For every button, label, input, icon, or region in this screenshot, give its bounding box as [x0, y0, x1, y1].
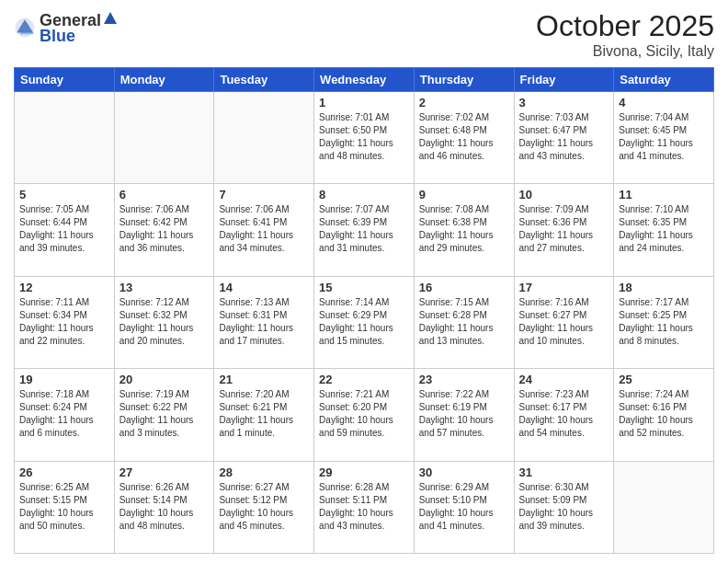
table-row: 9Sunrise: 7:08 AM Sunset: 6:38 PM Daylig…	[414, 184, 514, 276]
day-info: Sunrise: 7:10 AM Sunset: 6:35 PM Dayligh…	[619, 203, 709, 255]
day-number: 23	[419, 373, 509, 386]
day-info: Sunrise: 7:07 AM Sunset: 6:39 PM Dayligh…	[319, 203, 409, 255]
day-number: 8	[319, 188, 409, 201]
logo: General Blue	[14, 9, 119, 46]
day-number: 4	[619, 96, 709, 109]
table-row	[214, 92, 314, 184]
day-number: 3	[519, 96, 609, 109]
header: General Blue October 2025 Bivona, Sicily…	[14, 9, 714, 60]
day-number: 16	[419, 281, 509, 294]
table-row: 31Sunrise: 6:30 AM Sunset: 5:09 PM Dayli…	[514, 461, 614, 553]
table-row: 15Sunrise: 7:14 AM Sunset: 6:29 PM Dayli…	[314, 276, 415, 368]
svg-marker-3	[104, 12, 117, 24]
table-row: 5Sunrise: 7:05 AM Sunset: 6:44 PM Daylig…	[15, 184, 115, 276]
table-row: 18Sunrise: 7:17 AM Sunset: 6:25 PM Dayli…	[614, 276, 714, 368]
day-number: 19	[19, 373, 109, 386]
day-info: Sunrise: 7:11 AM Sunset: 6:34 PM Dayligh…	[19, 296, 109, 348]
day-info: Sunrise: 7:05 AM Sunset: 6:44 PM Dayligh…	[19, 203, 109, 255]
day-number: 6	[119, 188, 210, 201]
day-number: 25	[619, 373, 709, 386]
day-info: Sunrise: 7:09 AM Sunset: 6:36 PM Dayligh…	[519, 203, 609, 255]
day-number: 28	[219, 465, 309, 479]
calendar-week-row: 12Sunrise: 7:11 AM Sunset: 6:34 PM Dayli…	[15, 276, 714, 368]
table-row: 13Sunrise: 7:12 AM Sunset: 6:32 PM Dayli…	[114, 276, 214, 368]
day-number: 1	[319, 96, 409, 109]
day-number: 30	[419, 465, 509, 479]
title-block: October 2025 Bivona, Sicily, Italy	[536, 9, 714, 60]
table-row: 8Sunrise: 7:07 AM Sunset: 6:39 PM Daylig…	[314, 184, 415, 276]
day-number: 31	[519, 465, 609, 479]
table-row: 28Sunrise: 6:27 AM Sunset: 5:12 PM Dayli…	[214, 461, 314, 553]
day-number: 20	[119, 373, 210, 386]
table-row: 30Sunrise: 6:29 AM Sunset: 5:10 PM Dayli…	[414, 461, 514, 553]
calendar-header-row: Sunday Monday Tuesday Wednesday Thursday…	[15, 68, 714, 92]
day-info: Sunrise: 7:02 AM Sunset: 6:48 PM Dayligh…	[419, 111, 509, 163]
day-info: Sunrise: 7:19 AM Sunset: 6:22 PM Dayligh…	[119, 388, 210, 440]
day-number: 12	[19, 281, 109, 294]
day-number: 29	[319, 465, 409, 479]
header-sunday: Sunday	[15, 68, 115, 92]
table-row: 10Sunrise: 7:09 AM Sunset: 6:36 PM Dayli…	[514, 184, 614, 276]
day-info: Sunrise: 7:20 AM Sunset: 6:21 PM Dayligh…	[219, 388, 309, 440]
table-row: 12Sunrise: 7:11 AM Sunset: 6:34 PM Dayli…	[15, 276, 115, 368]
day-info: Sunrise: 6:27 AM Sunset: 5:12 PM Dayligh…	[219, 481, 309, 533]
calendar-table: Sunday Monday Tuesday Wednesday Thursday…	[14, 67, 714, 554]
day-info: Sunrise: 7:04 AM Sunset: 6:45 PM Dayligh…	[619, 111, 709, 163]
table-row	[614, 461, 714, 553]
day-info: Sunrise: 7:24 AM Sunset: 6:16 PM Dayligh…	[619, 388, 709, 440]
day-info: Sunrise: 7:22 AM Sunset: 6:19 PM Dayligh…	[419, 388, 509, 440]
day-info: Sunrise: 7:06 AM Sunset: 6:42 PM Dayligh…	[119, 203, 210, 255]
table-row: 29Sunrise: 6:28 AM Sunset: 5:11 PM Dayli…	[314, 461, 415, 553]
table-row: 1Sunrise: 7:01 AM Sunset: 6:50 PM Daylig…	[314, 92, 415, 184]
table-row: 20Sunrise: 7:19 AM Sunset: 6:22 PM Dayli…	[114, 369, 214, 461]
table-row: 27Sunrise: 6:26 AM Sunset: 5:14 PM Dayli…	[114, 461, 214, 553]
table-row: 14Sunrise: 7:13 AM Sunset: 6:31 PM Dayli…	[214, 276, 314, 368]
day-info: Sunrise: 7:01 AM Sunset: 6:50 PM Dayligh…	[319, 111, 409, 163]
header-friday: Friday	[514, 68, 614, 92]
day-info: Sunrise: 6:26 AM Sunset: 5:14 PM Dayligh…	[119, 481, 210, 533]
header-saturday: Saturday	[614, 68, 714, 92]
table-row	[15, 92, 115, 184]
header-thursday: Thursday	[414, 68, 514, 92]
day-info: Sunrise: 7:06 AM Sunset: 6:41 PM Dayligh…	[219, 203, 309, 255]
day-info: Sunrise: 7:08 AM Sunset: 6:38 PM Dayligh…	[419, 203, 509, 255]
day-number: 17	[519, 281, 609, 294]
day-number: 7	[219, 188, 309, 201]
page: General Blue October 2025 Bivona, Sicily…	[0, 0, 728, 563]
table-row: 3Sunrise: 7:03 AM Sunset: 6:47 PM Daylig…	[514, 92, 614, 184]
table-row: 7Sunrise: 7:06 AM Sunset: 6:41 PM Daylig…	[214, 184, 314, 276]
day-info: Sunrise: 7:12 AM Sunset: 6:32 PM Dayligh…	[119, 296, 210, 348]
header-monday: Monday	[114, 68, 214, 92]
table-row: 6Sunrise: 7:06 AM Sunset: 6:42 PM Daylig…	[114, 184, 214, 276]
day-info: Sunrise: 7:21 AM Sunset: 6:20 PM Dayligh…	[319, 388, 409, 440]
table-row: 19Sunrise: 7:18 AM Sunset: 6:24 PM Dayli…	[15, 369, 115, 461]
table-row: 24Sunrise: 7:23 AM Sunset: 6:17 PM Dayli…	[514, 369, 614, 461]
table-row: 16Sunrise: 7:15 AM Sunset: 6:28 PM Dayli…	[414, 276, 514, 368]
calendar-week-row: 5Sunrise: 7:05 AM Sunset: 6:44 PM Daylig…	[15, 184, 714, 276]
day-info: Sunrise: 6:30 AM Sunset: 5:09 PM Dayligh…	[519, 481, 609, 533]
calendar-week-row: 26Sunrise: 6:25 AM Sunset: 5:15 PM Dayli…	[15, 461, 714, 553]
day-number: 24	[519, 373, 609, 386]
day-info: Sunrise: 7:18 AM Sunset: 6:24 PM Dayligh…	[19, 388, 109, 440]
calendar-week-row: 1Sunrise: 7:01 AM Sunset: 6:50 PM Daylig…	[15, 92, 714, 184]
day-info: Sunrise: 7:23 AM Sunset: 6:17 PM Dayligh…	[519, 388, 609, 440]
day-number: 21	[219, 373, 309, 386]
table-row: 17Sunrise: 7:16 AM Sunset: 6:27 PM Dayli…	[514, 276, 614, 368]
logo-icon	[14, 17, 36, 39]
day-number: 11	[619, 188, 709, 201]
table-row: 4Sunrise: 7:04 AM Sunset: 6:45 PM Daylig…	[614, 92, 714, 184]
day-info: Sunrise: 7:16 AM Sunset: 6:27 PM Dayligh…	[519, 296, 609, 348]
day-number: 26	[19, 465, 109, 479]
day-number: 9	[419, 188, 509, 201]
table-row: 22Sunrise: 7:21 AM Sunset: 6:20 PM Dayli…	[314, 369, 415, 461]
day-number: 14	[219, 281, 309, 294]
day-info: Sunrise: 7:03 AM Sunset: 6:47 PM Dayligh…	[519, 111, 609, 163]
day-number: 5	[19, 188, 109, 201]
calendar-week-row: 19Sunrise: 7:18 AM Sunset: 6:24 PM Dayli…	[15, 369, 714, 461]
table-row: 23Sunrise: 7:22 AM Sunset: 6:19 PM Dayli…	[414, 369, 514, 461]
table-row: 2Sunrise: 7:02 AM Sunset: 6:48 PM Daylig…	[414, 92, 514, 184]
table-row	[114, 92, 214, 184]
table-row: 26Sunrise: 6:25 AM Sunset: 5:15 PM Dayli…	[15, 461, 115, 553]
month-title: October 2025	[536, 9, 714, 43]
table-row: 25Sunrise: 7:24 AM Sunset: 6:16 PM Dayli…	[614, 369, 714, 461]
